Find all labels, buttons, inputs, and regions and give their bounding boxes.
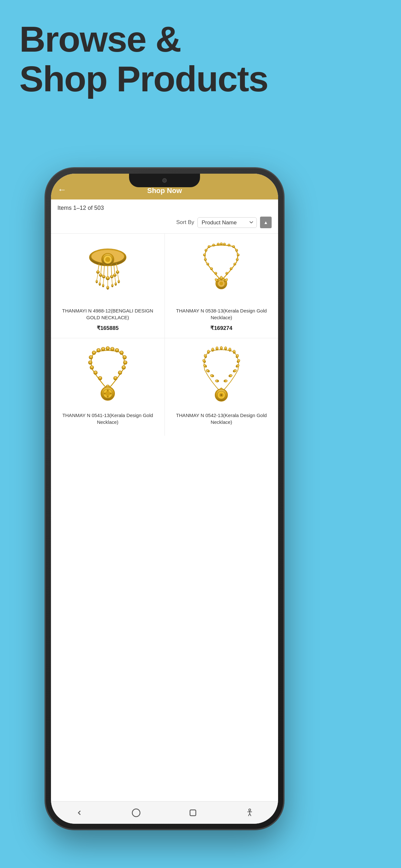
svg-line-31 (118, 274, 119, 280)
svg-point-51 (203, 254, 206, 256)
svg-point-47 (214, 272, 217, 275)
svg-line-13 (111, 266, 112, 276)
svg-point-30 (115, 282, 117, 286)
svg-point-42 (236, 258, 239, 261)
svg-point-72 (98, 376, 102, 380)
svg-line-113 (248, 813, 250, 816)
product-card[interactable]: THANMAY N 0542-13(Kerala Design Gold Nec… (165, 338, 278, 436)
svg-point-79 (105, 391, 110, 396)
product-card[interactable]: THANMAY N 0541-13(Kerala Design Gold Nec… (51, 338, 165, 436)
svg-point-34 (212, 244, 215, 246)
svg-point-83 (110, 393, 112, 395)
header-title: Shop Now (51, 187, 278, 195)
svg-point-101 (203, 364, 207, 368)
svg-line-29 (115, 277, 116, 283)
svg-line-7 (101, 265, 102, 274)
svg-point-64 (115, 348, 119, 352)
svg-point-49 (207, 263, 209, 265)
svg-point-100 (206, 369, 210, 373)
product-image (55, 343, 161, 408)
product-name: THANMAY N 0538-13(Kerala Design Gold Nec… (169, 307, 274, 321)
svg-point-74 (90, 366, 94, 369)
svg-point-16 (113, 274, 116, 277)
svg-point-63 (110, 347, 114, 351)
phone-screen: ← Shop Now Items 1–12 of 503 Sort By Pro… (51, 174, 278, 824)
svg-point-95 (228, 374, 233, 377)
svg-point-87 (220, 346, 223, 350)
svg-point-75 (89, 361, 92, 364)
product-image (169, 343, 274, 408)
svg-point-89 (229, 348, 231, 351)
svg-point-90 (233, 350, 235, 353)
svg-point-67 (123, 361, 127, 364)
nav-home-button[interactable] (128, 805, 144, 821)
svg-point-26 (106, 286, 109, 289)
sort-label: Sort By (176, 219, 194, 226)
svg-point-36 (220, 243, 223, 245)
phone-mockup: ← Shop Now Items 1–12 of 503 Sort By Pro… (45, 168, 284, 830)
sort-select[interactable]: Product Name Price: Low to High Price: H… (197, 217, 257, 228)
product-name: THANMAY N 0541-13(Kerala Design Gold Nec… (55, 412, 161, 426)
svg-point-108 (132, 809, 140, 817)
svg-point-24 (102, 284, 104, 287)
svg-point-37 (223, 243, 226, 246)
svg-point-56 (220, 276, 223, 280)
back-button[interactable]: ← (58, 185, 66, 195)
svg-point-102 (202, 359, 206, 364)
svg-point-59 (92, 351, 96, 354)
sort-row: Sort By Product Name Price: Low to High … (51, 214, 278, 234)
svg-line-19 (97, 274, 98, 280)
hero-title: Browse & Shop Products (19, 19, 268, 99)
svg-line-21 (100, 277, 101, 283)
svg-point-61 (101, 347, 105, 351)
svg-point-94 (233, 369, 237, 373)
bottom-nav (51, 801, 278, 824)
svg-point-99 (210, 374, 214, 377)
svg-point-85 (212, 348, 214, 351)
svg-point-69 (118, 371, 122, 374)
product-name: THANMAY N 0542-13(Kerala Design Gold Nec… (169, 412, 274, 426)
svg-point-86 (216, 347, 219, 350)
items-count: Items 1–12 of 503 (51, 199, 278, 214)
product-grid: THANMAYI N 4988-12(BENGALI DESIGN GOLD N… (51, 234, 278, 436)
product-image (55, 239, 161, 303)
svg-point-50 (204, 258, 207, 261)
svg-point-62 (106, 347, 109, 350)
svg-point-44 (230, 268, 233, 270)
svg-point-38 (228, 244, 230, 246)
svg-point-20 (96, 280, 98, 283)
svg-line-15 (114, 265, 115, 274)
svg-point-39 (232, 245, 235, 248)
svg-point-6 (96, 271, 100, 274)
product-card[interactable]: THANMAYI N 4988-12(BENGALI DESIGN GOLD N… (51, 234, 165, 338)
svg-point-81 (107, 396, 109, 398)
phone-shell: ← Shop Now Items 1–12 of 503 Sort By Pro… (45, 168, 284, 830)
svg-point-43 (234, 263, 236, 265)
svg-point-60 (97, 348, 100, 352)
svg-point-35 (217, 243, 220, 246)
svg-point-22 (99, 282, 101, 286)
product-name: THANMAYI N 4988-12(BENGALI DESIGN GOLD N… (55, 307, 161, 321)
svg-point-28 (111, 284, 113, 287)
nav-back-button[interactable] (71, 805, 88, 821)
svg-point-65 (120, 351, 123, 354)
svg-line-114 (250, 813, 251, 816)
svg-point-52 (205, 249, 207, 252)
svg-point-10 (102, 275, 105, 278)
product-card[interactable]: THANMAY N 0538-13(Kerala Design Gold Nec… (165, 234, 278, 338)
nav-recent-button[interactable] (185, 805, 201, 821)
camera-dot (162, 178, 167, 183)
svg-point-66 (123, 355, 126, 359)
nav-accessibility-button[interactable] (242, 805, 258, 821)
svg-point-32 (118, 280, 120, 283)
phone-notch (129, 174, 200, 187)
svg-line-23 (103, 278, 104, 284)
svg-point-68 (122, 366, 125, 369)
svg-line-9 (104, 266, 104, 276)
svg-point-110 (249, 809, 250, 811)
product-image (169, 239, 274, 303)
svg-point-73 (94, 371, 97, 374)
svg-point-76 (89, 355, 93, 359)
svg-point-96 (224, 380, 228, 382)
sort-direction-button[interactable] (260, 217, 272, 228)
